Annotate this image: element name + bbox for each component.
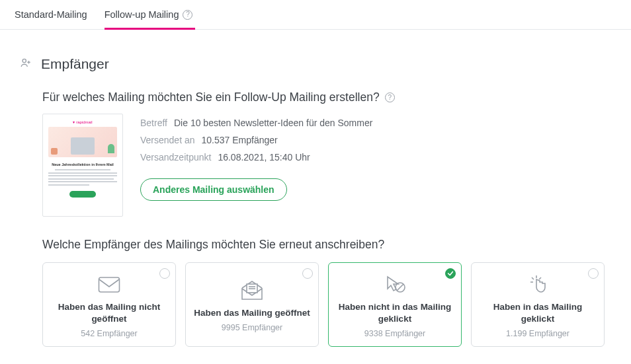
radio-indicator bbox=[588, 268, 599, 279]
radio-indicator bbox=[302, 268, 313, 279]
meta-sent-to: Versendet an 10.537 Empfänger bbox=[140, 135, 372, 145]
meta-label: Betreff bbox=[140, 118, 167, 128]
card-opened[interactable]: Haben das Mailing geöffnet 9995 Empfänge… bbox=[185, 262, 319, 347]
card-title: Haben in das Mailing geklickt bbox=[478, 301, 597, 324]
recipients-icon bbox=[20, 57, 32, 71]
preview-hero-image bbox=[48, 127, 117, 157]
svg-line-11 bbox=[539, 277, 541, 279]
tabs-bar: Standard-Mailing Follow-up Mailing ? bbox=[0, 0, 631, 30]
card-sub: 542 Empfänger bbox=[81, 329, 137, 338]
radio-indicator bbox=[159, 268, 170, 279]
cursor-forbidden-icon bbox=[384, 273, 406, 296]
card-title: Haben nicht in das Mailing geklickt bbox=[335, 301, 454, 324]
card-title: Haben das Mailing geöffnet bbox=[194, 307, 310, 319]
radio-indicator-checked bbox=[445, 268, 456, 279]
section-title: Empfänger bbox=[41, 56, 109, 72]
card-not-clicked[interactable]: Haben nicht in das Mailing geklickt 9338… bbox=[328, 262, 462, 347]
mailing-meta: Betreff Die 10 besten Newsletter-Ideen f… bbox=[140, 114, 372, 217]
card-title: Haben das Mailing nicht geöffnet bbox=[50, 301, 169, 324]
recipient-filter-cards: Haben das Mailing nicht geöffnet 542 Emp… bbox=[42, 262, 611, 347]
envelope-open-icon bbox=[241, 279, 263, 302]
tab-label: Standard-Mailing bbox=[15, 9, 87, 20]
question-which-mailing: Für welches Mailing möchten Sie ein Foll… bbox=[42, 91, 611, 104]
meta-value: 10.537 Empfänger bbox=[202, 135, 278, 145]
card-sub: 9995 Empfänger bbox=[222, 323, 282, 332]
selected-mailing-block: ▾ rapidmail Neue Jahreskollektion in Ihr… bbox=[42, 114, 611, 217]
meta-subject: Betreff Die 10 besten Newsletter-Ideen f… bbox=[140, 118, 372, 128]
mailing-preview-thumbnail[interactable]: ▾ rapidmail Neue Jahreskollektion in Ihr… bbox=[42, 114, 123, 217]
svg-line-8 bbox=[397, 284, 403, 291]
pointer-click-icon bbox=[528, 273, 548, 296]
section-header: Empfänger bbox=[20, 56, 611, 72]
meta-value: Die 10 besten Newsletter-Ideen für den S… bbox=[174, 118, 372, 128]
brand-logo-icon: ▾ rapidmail bbox=[73, 120, 92, 124]
card-clicked[interactable]: Haben in das Mailing geklickt 1.199 Empf… bbox=[471, 262, 605, 347]
question-which-recipients: Welche Empfänger des Mailings möchten Si… bbox=[42, 238, 611, 252]
help-icon[interactable]: ? bbox=[385, 92, 395, 102]
meta-value: 16.08.2021, 15:40 Uhr bbox=[218, 152, 310, 163]
svg-line-10 bbox=[532, 277, 534, 279]
meta-label: Versendet an bbox=[140, 135, 195, 145]
tab-followup-mailing[interactable]: Follow-up Mailing ? bbox=[105, 0, 193, 29]
preview-cta-button bbox=[69, 191, 96, 198]
svg-rect-3 bbox=[99, 277, 120, 292]
question-text: Für welches Mailing möchten Sie ein Foll… bbox=[42, 91, 380, 104]
card-sub: 9338 Empfänger bbox=[364, 329, 425, 338]
tab-label: Follow-up Mailing bbox=[105, 9, 179, 20]
content-area: Empfänger Für welches Mailing möchten Si… bbox=[0, 30, 631, 347]
card-sub: 1.199 Empfänger bbox=[506, 329, 569, 338]
tab-standard-mailing[interactable]: Standard-Mailing bbox=[15, 0, 87, 29]
svg-point-0 bbox=[22, 59, 26, 62]
help-icon[interactable]: ? bbox=[183, 10, 192, 20]
meta-send-time: Versandzeitpunkt 16.08.2021, 15:40 Uhr bbox=[140, 152, 372, 163]
envelope-closed-icon bbox=[98, 273, 120, 296]
meta-label: Versandzeitpunkt bbox=[140, 152, 211, 163]
preview-body-lines bbox=[48, 169, 117, 187]
question-text: Welche Empfänger des Mailings möchten Si… bbox=[42, 238, 384, 252]
preview-headline: Neue Jahreskollektion in Ihrem Mail bbox=[52, 163, 114, 166]
choose-other-mailing-button[interactable]: Anderes Mailing auswählen bbox=[140, 178, 287, 201]
card-not-opened[interactable]: Haben das Mailing nicht geöffnet 542 Emp… bbox=[42, 262, 176, 347]
